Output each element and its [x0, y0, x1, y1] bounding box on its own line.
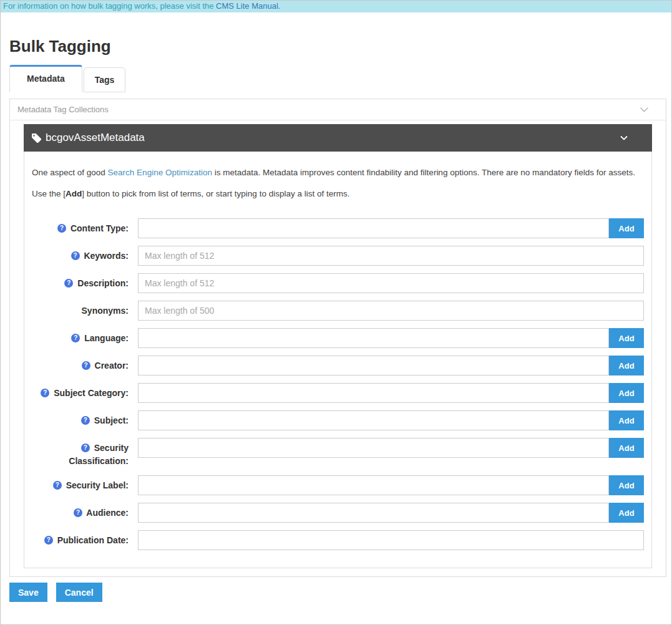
field-label-text: Keywords:	[84, 251, 129, 261]
help-icon[interactable]: ?	[41, 389, 49, 397]
field-input[interactable]	[138, 328, 609, 348]
metadata-tag-collections-section: Metadata Tag Collections bcgovAssetMetad…	[9, 99, 666, 577]
add-button[interactable]: Add	[609, 503, 644, 523]
add-button[interactable]: Add	[609, 356, 644, 375]
bcgov-asset-metadata-header[interactable]: bcgovAssetMetadata	[24, 124, 652, 152]
field-input[interactable]	[138, 475, 609, 495]
metadata-tag-collections-label: Metadata Tag Collections	[17, 105, 109, 114]
field-input-wrap: Add	[138, 218, 644, 238]
hint-post: ] button to pick from list of terms, or …	[82, 189, 349, 198]
field-label: ? Security Classification:	[32, 438, 129, 468]
cms-lite-manual-link[interactable]: CMS Lite Manual.	[216, 1, 280, 11]
field-label-text: Creator:	[95, 361, 129, 371]
help-icon[interactable]: ?	[71, 334, 80, 342]
field-row-keywords: ? Keywords:	[32, 246, 644, 266]
field-label: ? Security Label:	[32, 475, 129, 492]
form-actions: Save Cancel	[9, 583, 666, 602]
field-label-text: Security Label:	[66, 480, 129, 490]
metadata-tag-collections-header[interactable]: Metadata Tag Collections	[10, 99, 666, 120]
hint-add-word: Add	[66, 189, 82, 198]
field-input[interactable]	[138, 438, 609, 458]
field-input-wrap: Add	[138, 410, 644, 430]
field-label: Synonyms:	[32, 301, 129, 317]
field-label-text: Publication Date:	[57, 535, 129, 545]
bcgov-asset-metadata-title: bcgovAssetMetadata	[46, 132, 145, 144]
field-label: ? Publication Date:	[32, 530, 129, 547]
field-input[interactable]	[138, 246, 644, 266]
field-label-text: Audience:	[86, 508, 129, 518]
field-input-wrap	[138, 530, 644, 550]
add-button[interactable]: Add	[609, 475, 644, 495]
field-row-description: ? Description:	[32, 273, 644, 293]
field-row-language: ? Language: Add	[32, 328, 644, 348]
help-icon[interactable]: ?	[82, 361, 90, 370]
field-label-text: Language:	[84, 333, 129, 343]
help-icon[interactable]: ?	[71, 251, 80, 260]
field-input-wrap	[138, 273, 644, 293]
field-input[interactable]	[138, 301, 644, 321]
field-label-text: Subject:	[94, 415, 129, 425]
add-button[interactable]: Add	[609, 328, 644, 348]
add-button[interactable]: Add	[609, 383, 644, 403]
help-icon[interactable]: ?	[81, 443, 90, 452]
field-row-security-label: ? Security Label: Add	[32, 475, 644, 495]
help-icon[interactable]: ?	[64, 279, 73, 288]
field-input[interactable]	[138, 410, 609, 430]
field-input[interactable]	[138, 503, 609, 523]
help-icon[interactable]: ?	[44, 536, 53, 545]
field-row-subject: ? Subject: Add	[32, 410, 644, 430]
help-icon[interactable]: ?	[74, 508, 82, 517]
tab-metadata[interactable]: Metadata	[9, 65, 82, 92]
chevron-down-icon[interactable]	[619, 133, 629, 143]
field-input-wrap	[138, 246, 644, 266]
tab-tags[interactable]: Tags	[84, 67, 126, 92]
help-icon[interactable]: ?	[81, 416, 90, 425]
tab-bar: Metadata Tags	[9, 65, 666, 92]
cancel-button[interactable]: Cancel	[56, 583, 102, 602]
field-input-wrap: Add	[138, 438, 644, 458]
field-label: ? Audience:	[32, 503, 129, 520]
help-icon[interactable]: ?	[57, 224, 66, 233]
field-row-publication-date: ? Publication Date:	[32, 530, 644, 550]
intro-post: is metadata. Metadata improves content f…	[212, 168, 635, 177]
field-input-wrap: Add	[138, 383, 644, 403]
bcgov-asset-metadata-body: One aspect of good Search Engine Optimiz…	[24, 152, 652, 568]
field-input-wrap: Add	[138, 356, 644, 375]
field-label-text: Subject Category:	[54, 388, 129, 398]
field-input[interactable]	[138, 273, 644, 293]
tab-gap	[9, 92, 666, 99]
field-input-wrap	[138, 301, 644, 321]
field-input[interactable]	[138, 383, 609, 403]
field-label-text: Synonyms:	[82, 306, 129, 316]
field-label: ? Subject Category:	[32, 383, 129, 400]
seo-link[interactable]: Search Engine Optimization	[108, 168, 212, 177]
field-label: ? Subject:	[32, 410, 129, 427]
info-banner: For information on how bulk tagging work…	[1, 1, 671, 12]
add-button[interactable]: Add	[609, 410, 644, 430]
save-button[interactable]: Save	[9, 583, 47, 602]
field-row-audience: ? Audience: Add	[32, 503, 644, 523]
hint-pre: Use the [	[32, 189, 66, 198]
info-banner-text: For information on how bulk tagging work…	[3, 1, 216, 11]
field-row-synonyms: Synonyms:	[32, 301, 644, 321]
hint-paragraph: Use the [Add] button to pick from list o…	[32, 188, 644, 200]
field-label: ? Language:	[32, 328, 129, 345]
add-button[interactable]: Add	[609, 438, 644, 458]
chevron-down-icon[interactable]	[639, 104, 650, 115]
add-button[interactable]: Add	[609, 218, 644, 238]
field-row-creator: ? Creator: Add	[32, 356, 644, 375]
field-label-text: Content Type:	[71, 223, 129, 233]
field-input-wrap: Add	[138, 503, 644, 523]
help-icon[interactable]: ?	[53, 481, 62, 490]
field-row-subject-category: ? Subject Category: Add	[32, 383, 644, 403]
field-input[interactable]	[138, 530, 644, 550]
field-label: ? Creator:	[32, 356, 129, 372]
field-input[interactable]	[138, 218, 609, 238]
field-row-security-classification: ? Security Classification: Add	[32, 438, 644, 468]
page-content: Bulk Tagging Metadata Tags Metadata Tag …	[1, 37, 671, 602]
field-label-text: Security Classification:	[69, 443, 129, 466]
field-row-content-type: ? Content Type: Add	[32, 218, 644, 238]
field-label-text: Description:	[77, 278, 129, 288]
field-input[interactable]	[138, 356, 609, 375]
field-label: ? Description:	[32, 273, 129, 290]
